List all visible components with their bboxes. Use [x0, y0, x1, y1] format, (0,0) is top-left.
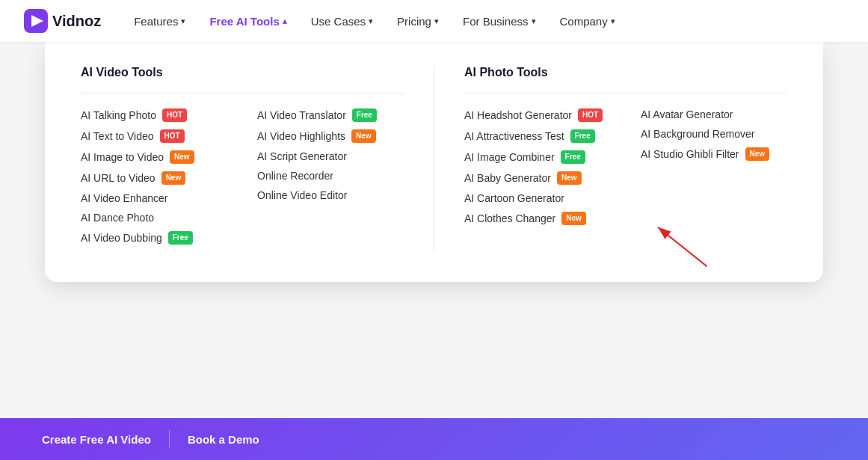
chevron-down-icon: ▾: [434, 16, 439, 26]
create-free-ai-video-button[interactable]: Create Free AI Video: [24, 433, 169, 446]
badge-free: Free: [168, 231, 193, 245]
tool-headshot-generator[interactable]: AI Headshot Generator HOT: [464, 108, 611, 122]
tool-background-remover[interactable]: AI Background Remover: [641, 128, 787, 140]
logo-link[interactable]: Vidnoz: [24, 9, 101, 33]
dropdown-panel: AI Video Tools AI Talking Photo HOT AI T…: [45, 42, 823, 282]
nav-item-use-cases[interactable]: Use Cases ▾: [302, 9, 382, 34]
section-underline-2: [464, 93, 787, 93]
nav-item-features[interactable]: Features ▾: [125, 9, 194, 34]
photo-col-2: AI Avatar Generator AI Background Remove…: [641, 108, 787, 233]
tool-cartoon-generator[interactable]: AI Cartoon Generator: [464, 192, 611, 204]
badge-new: New: [351, 129, 376, 143]
badge-free: Free: [352, 108, 377, 122]
badge-new: New: [561, 212, 586, 225]
tool-image-combiner[interactable]: AI Image Combiner Free: [464, 150, 611, 164]
badge-hot: HOT: [160, 129, 185, 143]
nav-item-company[interactable]: Company ▾: [551, 9, 624, 34]
tool-dance-photo[interactable]: AI Dance Photo: [81, 212, 227, 224]
badge-free: Free: [570, 129, 595, 143]
badge-new: New: [161, 171, 186, 185]
nav-menu: Features ▾ Free AI Tools ▴ Use Cases ▾ P…: [125, 9, 624, 34]
video-col-1: AI Talking Photo HOT AI Text to Video HO…: [81, 108, 227, 252]
logo-text: Vidnoz: [52, 13, 101, 30]
video-tools-section: AI Video Tools AI Talking Photo HOT AI T…: [81, 66, 404, 252]
tool-url-to-video[interactable]: AI URL to Video New: [81, 171, 227, 185]
tool-studio-ghibli-filter[interactable]: AI Studio Ghibli Filter New: [641, 147, 787, 161]
logo-icon: [24, 9, 48, 33]
video-col-2: AI Video Translator Free AI Video Highli…: [257, 108, 404, 252]
badge-new: New: [170, 150, 194, 164]
tool-video-dubbing[interactable]: AI Video Dubbing Free: [81, 231, 227, 245]
tool-video-translator[interactable]: AI Video Translator Free: [257, 108, 404, 122]
tool-attractiveness-test[interactable]: AI Attractiveness Test Free: [464, 129, 611, 143]
tool-clothes-changer[interactable]: AI Clothes Changer New: [464, 212, 611, 225]
chevron-down-icon: ▾: [532, 16, 536, 26]
tool-baby-generator[interactable]: AI Baby Generator New: [464, 171, 611, 185]
tool-online-video-editor[interactable]: Online Video Editor: [257, 189, 404, 201]
nav-item-free-ai-tools[interactable]: Free AI Tools ▴: [200, 9, 295, 34]
photo-tools-section: AI Photo Tools AI Headshot Generator HOT…: [464, 66, 787, 252]
video-tools-grid: AI Talking Photo HOT AI Text to Video HO…: [81, 108, 404, 252]
tool-script-generator[interactable]: AI Script Generator: [257, 150, 404, 162]
chevron-down-icon: ▾: [369, 16, 373, 26]
book-demo-button[interactable]: Book a Demo: [170, 433, 277, 446]
photo-section-title: AI Photo Tools: [464, 66, 787, 79]
tool-text-to-video[interactable]: AI Text to Video HOT: [81, 129, 227, 143]
bottom-bar: Create Free AI Video Book a Demo: [0, 418, 868, 460]
tool-talking-photo[interactable]: AI Talking Photo HOT: [81, 108, 227, 122]
tool-online-recorder[interactable]: Online Recorder: [257, 170, 404, 182]
tool-video-highlights[interactable]: AI Video Highlights New: [257, 129, 404, 143]
badge-free: Free: [561, 150, 585, 164]
photo-tools-grid: AI Headshot Generator HOT AI Attractiven…: [464, 108, 787, 233]
navbar: Vidnoz Features ▾ Free AI Tools ▴ Use Ca…: [0, 0, 868, 42]
chevron-down-icon: ▾: [181, 16, 185, 26]
chevron-up-icon: ▴: [283, 16, 287, 26]
video-section-title: AI Video Tools: [81, 66, 404, 79]
nav-item-for-business[interactable]: For Business ▾: [454, 9, 545, 34]
badge-hot: HOT: [162, 108, 187, 122]
badge-new: New: [745, 147, 770, 161]
section-underline: [81, 93, 404, 93]
photo-col-1: AI Headshot Generator HOT AI Attractiven…: [464, 108, 611, 233]
section-divider: [434, 66, 434, 252]
badge-hot: HOT: [578, 108, 603, 122]
nav-item-pricing[interactable]: Pricing ▾: [388, 9, 448, 34]
tool-avatar-generator[interactable]: AI Avatar Generator: [641, 108, 787, 120]
badge-new: New: [557, 171, 582, 185]
chevron-down-icon: ▾: [611, 16, 615, 26]
tool-image-to-video[interactable]: AI Image to Video New: [81, 150, 227, 164]
tool-video-enhancer[interactable]: AI Video Enhancer: [81, 192, 227, 204]
